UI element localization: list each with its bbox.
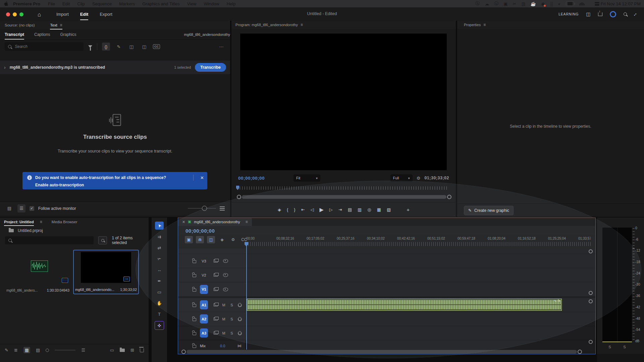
tab-transcript[interactable]: Transcript xyxy=(5,29,24,40)
keyframe-nav-icon[interactable]: ⋈ xyxy=(237,344,241,348)
zoom-search-icon[interactable] xyxy=(624,12,627,16)
mute-button[interactable]: M xyxy=(222,317,226,321)
menu-help[interactable]: Help xyxy=(227,1,236,6)
track-content[interactable] xyxy=(246,312,595,326)
panel-menu-icon[interactable]: ≡ xyxy=(40,220,42,224)
mix-gain-value[interactable]: 0.0 xyxy=(220,344,225,348)
source-patch-icon[interactable] xyxy=(214,331,218,335)
playback-quality-dropdown[interactable]: Full▾ xyxy=(390,174,413,182)
create-captions-icon[interactable]: CC xyxy=(153,44,160,49)
mic-icon[interactable] xyxy=(238,331,241,335)
source-patch-icon[interactable] xyxy=(214,274,218,277)
new-item-icon[interactable]: ⊞ xyxy=(130,348,134,353)
timeline-settings-wrench-icon[interactable]: ⚙ xyxy=(229,236,237,243)
create-new-graphic-button[interactable]: ✎ Create new graphic xyxy=(464,206,514,215)
solo-button[interactable]: S xyxy=(230,317,234,321)
close-icon[interactable]: ✕ xyxy=(182,220,185,224)
paragraph-brackets-icon[interactable]: {} xyxy=(102,43,110,51)
scroll-handle-right[interactable] xyxy=(447,195,451,199)
track-target-badge[interactable]: V1 xyxy=(200,285,208,294)
banner-close-icon[interactable]: ✕ xyxy=(200,175,204,180)
zoom-level-dropdown[interactable]: Fit▾ xyxy=(293,174,320,182)
menu-markers[interactable]: Markers xyxy=(119,1,135,6)
panel-menu-icon[interactable]: ≡ xyxy=(60,23,62,27)
selection-tool[interactable]: ➤ xyxy=(155,222,164,230)
coffee-icon[interactable]: ☕ xyxy=(531,1,536,6)
current-timecode[interactable]: 00;00;00;00 xyxy=(238,176,265,181)
panel-menu-icon[interactable]: ≡ xyxy=(483,22,486,27)
mute-button[interactable]: M xyxy=(222,331,226,335)
menu-clock[interactable]: Fri Nov 14 12:07 PM xyxy=(601,1,641,6)
track-content[interactable] xyxy=(246,326,595,340)
track-label[interactable]: V2 xyxy=(200,273,208,277)
track-content[interactable] xyxy=(246,268,595,282)
lock-icon[interactable] xyxy=(193,332,196,335)
source-patch-icon[interactable] xyxy=(214,288,218,291)
menu-app-name[interactable]: Premiere Pro xyxy=(13,1,40,6)
sequence-tab[interactable]: ✕ mg68_t86_andersondorothy ≡ xyxy=(178,218,252,226)
new-bin-icon[interactable] xyxy=(120,349,125,352)
workspaces-panel-icon[interactable]: ◫ xyxy=(586,11,590,17)
captions-style-icon[interactable]: ▤ xyxy=(5,204,13,213)
tab-project[interactable]: Project: Untitled xyxy=(4,218,34,226)
scroll-handle-left[interactable] xyxy=(237,195,241,199)
menu-clip[interactable]: Clip xyxy=(77,1,85,6)
zoom-slider-knob[interactable] xyxy=(46,349,49,352)
hand-tool[interactable]: ✋ xyxy=(155,299,164,307)
menu-view[interactable]: View xyxy=(187,1,197,6)
half-circle-icon[interactable]: ◐ xyxy=(558,1,561,6)
battery-icon[interactable] xyxy=(566,1,574,6)
sync-progress-icon[interactable] xyxy=(610,11,616,17)
razor-tool[interactable]: ✃ xyxy=(155,255,164,263)
freeform-view-icon[interactable]: ▤ xyxy=(36,348,40,353)
pencil-icon[interactable]: ✎ xyxy=(5,348,8,353)
menu-window[interactable]: Window xyxy=(204,1,219,6)
timeline-ruler[interactable] xyxy=(246,242,591,246)
text-size-slider[interactable] xyxy=(188,206,207,211)
project-item-audio[interactable]: ᎒᎒᎒ mg68_t86_anders... 1:30:33:04943 xyxy=(5,250,71,294)
add-marker-icon[interactable]: ◈ xyxy=(278,207,281,212)
find-in-bin-icon[interactable] xyxy=(98,236,107,244)
lock-icon[interactable] xyxy=(193,274,196,277)
program-mini-ruler[interactable] xyxy=(237,186,449,190)
project-search[interactable] xyxy=(5,236,94,244)
share-icon[interactable] xyxy=(598,12,602,16)
track-target-badge[interactable]: A3 xyxy=(200,328,208,338)
lift-icon[interactable]: ▤ xyxy=(348,207,352,212)
snap-magnet-icon[interactable]: ⋒ xyxy=(196,236,204,243)
solo-right-button[interactable]: S xyxy=(623,345,626,349)
track-content[interactable] xyxy=(246,254,595,268)
extract-icon[interactable]: ▥ xyxy=(358,207,362,212)
eye-icon[interactable] xyxy=(223,273,228,277)
track-target-badge[interactable]: A1 xyxy=(200,300,208,309)
chevron-right-icon[interactable]: › xyxy=(4,65,6,70)
menu-edit[interactable]: Edit xyxy=(62,1,70,6)
step-back-icon[interactable]: ◁ xyxy=(311,207,314,212)
dots-grid-icon[interactable]: ⣿ xyxy=(550,1,553,6)
panel-menu-icon[interactable]: ≡ xyxy=(246,220,248,224)
screen-capture-icon[interactable]: ▣ xyxy=(503,1,507,6)
program-scrollbar[interactable] xyxy=(237,194,451,199)
program-monitor-title[interactable]: Program: mg68_t86_andersondorothy xyxy=(235,23,298,27)
untranscribed-clip-row[interactable]: › mg68_t86_andersondorothy.mp3 is untran… xyxy=(0,61,230,74)
play-icon[interactable]: ▶ xyxy=(320,206,324,213)
export-frame-icon[interactable]: ◎ xyxy=(367,207,371,212)
tab-text[interactable]: Text≡ xyxy=(50,21,62,29)
enable-auto-transcription-link[interactable]: Enable auto-transcription xyxy=(22,181,207,187)
project-search-input[interactable] xyxy=(14,238,66,243)
more-options-icon[interactable]: ⋯ xyxy=(217,43,225,51)
vertical-scroll-handle[interactable] xyxy=(589,340,593,344)
speaker-labels-icon[interactable]: ◫ xyxy=(127,43,136,51)
sort-icon[interactable]: ☰ xyxy=(81,348,85,353)
eye-icon[interactable] xyxy=(223,259,228,263)
source-patch-icon[interactable] xyxy=(214,317,218,320)
fullscreen-icon[interactable]: ↕ xyxy=(633,11,638,17)
timeline-timecode[interactable]: 00;00;00;00 xyxy=(178,226,595,235)
list-view-icon[interactable]: ≣ xyxy=(14,348,18,353)
audio-clip[interactable]: ∿fx xyxy=(247,299,562,311)
vertical-scroll-handle[interactable] xyxy=(589,291,593,295)
step-forward-icon[interactable]: ▷ xyxy=(329,207,333,212)
search-input[interactable] xyxy=(14,44,66,49)
window-tiles-icon[interactable]: ▥ xyxy=(522,1,526,6)
lock-icon[interactable] xyxy=(193,304,196,307)
